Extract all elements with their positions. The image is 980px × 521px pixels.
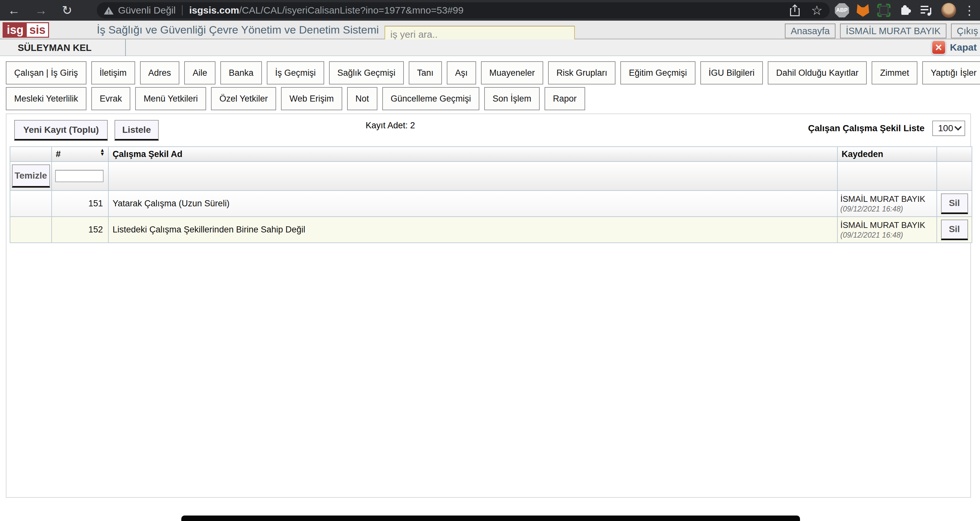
table-filter-row: Temizle bbox=[10, 162, 972, 191]
tab-item[interactable]: Rapor bbox=[544, 87, 585, 110]
tab-item[interactable]: Risk Grupları bbox=[548, 61, 616, 84]
not-secure-warning-icon: ! bbox=[104, 6, 113, 14]
employee-name: SÜLEYMAN KEL bbox=[18, 39, 92, 56]
page-size-value: 100 bbox=[938, 123, 953, 133]
row-left-cell bbox=[10, 217, 52, 243]
tab-item[interactable]: Tanı bbox=[409, 61, 442, 84]
new-record-bulk-button[interactable]: Yeni Kayıt (Toplu) bbox=[14, 120, 108, 141]
bookmark-star-icon[interactable]: ☆ bbox=[811, 4, 822, 17]
tab-item[interactable]: Çalışan | İş Giriş bbox=[6, 61, 86, 84]
row-number: 151 bbox=[52, 191, 108, 217]
table-body: 151 Yatarak Çalışma (Uzun Süreli) İSMAİL… bbox=[10, 191, 972, 243]
adblock-extension-icon[interactable]: ABP bbox=[835, 3, 849, 17]
extensions-puzzle-icon[interactable] bbox=[898, 3, 912, 17]
tab-item[interactable]: Son İşlem bbox=[484, 87, 540, 110]
saved-by-date: (09/12/2021 16:48) bbox=[840, 231, 937, 240]
row-name: Yatarak Çalışma (Uzun Süreli) bbox=[108, 191, 837, 217]
header-number[interactable]: # ▲▼ bbox=[52, 147, 108, 162]
url-domain: isgsis.com bbox=[189, 5, 239, 16]
current-user-button[interactable]: İSMAİL MURAT BAYIK bbox=[840, 24, 947, 38]
table-row: 151 Yatarak Çalışma (Uzun Süreli) İSMAİL… bbox=[10, 191, 972, 217]
tab-item[interactable]: Web Erişim bbox=[281, 87, 342, 110]
filter-clear-cell: Temizle bbox=[10, 162, 52, 191]
clear-filter-button[interactable]: Temizle bbox=[12, 164, 50, 187]
logout-button[interactable]: Çıkış bbox=[951, 24, 980, 38]
tab-row-2: Mesleki YeterlilikEvrakMenü YetkileriÖze… bbox=[0, 87, 980, 110]
security-label: Güvenli Değil bbox=[118, 5, 175, 16]
delete-button[interactable]: Sil bbox=[941, 194, 968, 214]
tab-item[interactable]: İGU Bilgileri bbox=[700, 61, 763, 84]
tab-item[interactable]: Mesleki Yeterlilik bbox=[6, 87, 86, 110]
list-button[interactable]: Listele bbox=[115, 120, 159, 141]
reload-icon[interactable]: ↻ bbox=[62, 4, 72, 16]
url-path: /CAL/CAL/isyeriCalisanListe?ino=1977&mno… bbox=[239, 5, 463, 16]
saved-by-name: İSMAİL MURAT BAYIK bbox=[840, 194, 937, 204]
close-x-icon[interactable]: ✕ bbox=[931, 40, 946, 55]
table-row: 152 Listedeki Çalışma Şekillerinden Biri… bbox=[10, 217, 972, 243]
row-number: 152 bbox=[52, 217, 108, 243]
browser-toolbar: ← → ↻ ! Güvenli Değil isgsis.com /CAL/CA… bbox=[0, 0, 980, 21]
number-filter-input[interactable] bbox=[55, 170, 103, 182]
tab-row-1: Çalışan | İş GirişİletişimAdresAileBanka… bbox=[0, 61, 980, 84]
row-actions: Sil bbox=[937, 191, 972, 217]
tab-item[interactable]: Muayeneler bbox=[481, 61, 543, 84]
saved-by-date: (09/12/2021 16:48) bbox=[840, 205, 937, 213]
tab-item[interactable]: Dahil Olduğu Kayıtlar bbox=[768, 61, 867, 84]
metamask-extension-icon[interactable] bbox=[856, 4, 870, 17]
tab-item[interactable]: Eğitim Geçmişi bbox=[620, 61, 695, 84]
isgsis-logo[interactable]: isg sis bbox=[3, 22, 49, 38]
browser-menu-icon[interactable]: ⋮ bbox=[963, 4, 975, 16]
row-saved-by: İSMAİL MURAT BAYIK (09/12/2021 16:48) bbox=[837, 191, 937, 217]
filter-number-cell bbox=[52, 162, 108, 191]
tab-item[interactable]: Güncelleme Geçmişi bbox=[382, 87, 479, 110]
app-title: İş Sağlığı ve Güvenliği Çevre Yönetim ve… bbox=[97, 21, 368, 39]
dock-hint-bar bbox=[181, 516, 800, 521]
share-icon[interactable] bbox=[788, 3, 801, 17]
tab-item[interactable]: Menü Yetkileri bbox=[135, 87, 206, 110]
tab-item[interactable]: İletişim bbox=[91, 61, 135, 84]
record-subheader: SÜLEYMAN KEL ✕ Kapat bbox=[0, 39, 980, 56]
tab-item[interactable]: Not bbox=[347, 87, 377, 110]
row-name: Listedeki Çalışma Şekillerinden Birine S… bbox=[108, 217, 837, 243]
record-count-label: Kayıt Adet: 2 bbox=[342, 121, 439, 130]
header-actions-right bbox=[937, 147, 972, 162]
record-tabs: Çalışan | İş GirişİletişimAdresAileBanka… bbox=[0, 56, 980, 110]
browser-profile-avatar[interactable] bbox=[941, 3, 956, 18]
tab-item[interactable]: Evrak bbox=[91, 87, 130, 110]
tab-item[interactable]: Yaptığı İşler bbox=[922, 61, 980, 84]
close-label: Kapat bbox=[950, 42, 977, 53]
home-button[interactable]: Anasayfa bbox=[785, 24, 835, 38]
tab-item[interactable]: İş Geçmişi bbox=[267, 61, 324, 84]
forward-icon[interactable]: → bbox=[35, 4, 47, 16]
sort-icon[interactable]: ▲▼ bbox=[100, 148, 105, 156]
close-record-button[interactable]: ✕ Kapat bbox=[931, 40, 977, 55]
subheader-divider bbox=[125, 39, 126, 56]
tab-item[interactable]: Aile bbox=[184, 61, 215, 84]
address-bar[interactable]: ! Güvenli Değil isgsis.com /CAL/CAL/isye… bbox=[97, 2, 830, 18]
tab-item[interactable]: Adres bbox=[140, 61, 180, 84]
calisma-sekli-table: # ▲▼ Çalışma Şekil Ad Kaydeden Temizle bbox=[10, 146, 972, 243]
list-title: Çalışan Çalışma Şekil Liste bbox=[808, 123, 924, 133]
screenshot-extension-icon[interactable] bbox=[877, 3, 891, 17]
tab-item[interactable]: Aşı bbox=[447, 61, 476, 84]
row-saved-by: İSMAİL MURAT BAYIK (09/12/2021 16:48) bbox=[837, 217, 937, 243]
tab-item[interactable]: Özel Yetkiler bbox=[211, 87, 276, 110]
chevron-down-icon bbox=[955, 123, 962, 130]
page-size-select[interactable]: 100 bbox=[932, 121, 965, 136]
tab-item[interactable]: Banka bbox=[220, 61, 262, 84]
tab-item[interactable]: Zimmet bbox=[872, 61, 918, 84]
delete-button[interactable]: Sil bbox=[941, 219, 968, 240]
header-actions-left bbox=[10, 147, 52, 162]
logo-left-part: isg bbox=[3, 23, 27, 37]
table-header-row: # ▲▼ Çalışma Şekil Ad Kaydeden bbox=[10, 147, 972, 162]
media-playlist-icon[interactable] bbox=[920, 3, 934, 17]
row-left-cell bbox=[10, 191, 52, 217]
tab-item[interactable]: Sağlık Geçmişi bbox=[329, 61, 404, 84]
row-actions: Sil bbox=[937, 217, 972, 243]
calisma-sekli-panel: Yeni Kayıt (Toplu) Listele Kayıt Adet: 2… bbox=[6, 113, 971, 498]
app-header: isg sis İş Sağlığı ve Güvenliği Çevre Yö… bbox=[0, 21, 980, 39]
back-icon[interactable]: ← bbox=[8, 4, 20, 16]
header-name: Çalışma Şekil Ad bbox=[108, 147, 837, 162]
logo-right-part: sis bbox=[27, 23, 48, 37]
url-separator bbox=[182, 5, 183, 16]
